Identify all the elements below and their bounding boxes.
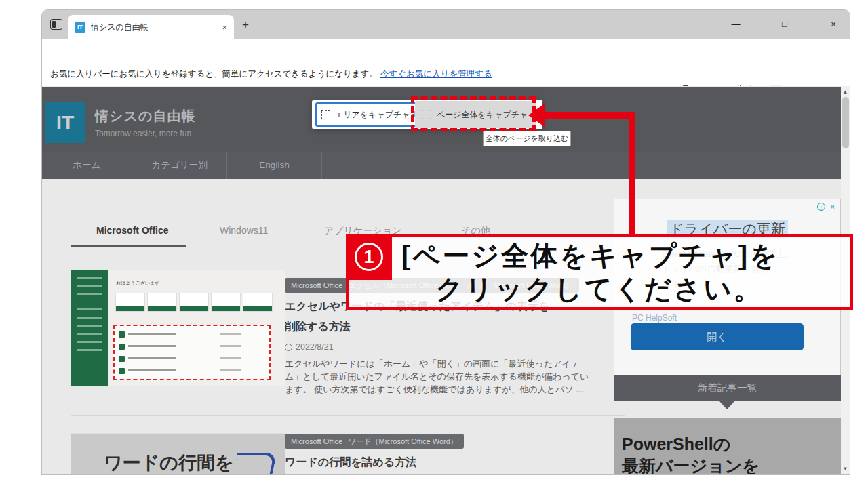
scroll-up-icon[interactable]: ▲	[841, 89, 850, 95]
browser-toolbar: ← → https://jo-sys.net A)) ☆+ ☆≡ e ⋯	[42, 39, 850, 64]
ad-brand: PC HelpSoft	[632, 313, 677, 323]
close-button[interactable]: ×	[823, 19, 844, 29]
annotation-step-badge: 1	[346, 234, 392, 280]
excel-sidebar	[71, 270, 108, 386]
article2-thumb-shape	[231, 453, 277, 474]
article1-excerpt: エクセルやワードには「ホーム」や「開く」の画面に「最近使ったアイテム」として最近…	[285, 357, 590, 396]
ps-thumb-text: 最新バージョンを	[622, 455, 760, 474]
excel-greeting: おはようございます	[116, 280, 159, 287]
excel-template-card	[180, 293, 208, 311]
annotation-arrow-head	[528, 104, 545, 127]
nav-item-home[interactable]: ホーム	[42, 152, 132, 179]
scrollbar-thumb[interactable]	[842, 97, 849, 148]
new-tab-button[interactable]: +	[242, 19, 249, 30]
tab-close-icon[interactable]: ×	[222, 22, 227, 33]
sidebar-article-thumbnail[interactable]: PowerShellの 最新バージョンを	[614, 418, 841, 474]
article2-tag[interactable]: Microsoft Office	[285, 434, 349, 449]
clock-icon	[285, 344, 292, 351]
notice-text: お気に入りバーにお気に入りを登録すると、簡単にアクセスできるようになります。	[50, 68, 378, 80]
article1-tag[interactable]: Microsoft Office	[285, 278, 349, 293]
excel-template-card	[212, 293, 240, 311]
scroll-down-icon[interactable]: ▼	[841, 466, 850, 472]
annotation-arrow-line	[629, 112, 635, 235]
capture-area-button[interactable]: エリアをキャプチャする	[315, 102, 419, 127]
ad-info-icon[interactable]: i	[817, 203, 825, 211]
tab-windows11[interactable]: Windows11	[220, 225, 268, 236]
annotation-text: [ページ全体をキャプチャ]を	[401, 237, 779, 274]
ps-thumb-text: PowerShellの	[622, 433, 730, 455]
annotation-arrow-line	[543, 112, 632, 119]
annotation-dashed-highlight	[411, 96, 536, 131]
favicon-icon: IT	[75, 22, 85, 33]
site-nav: ホーム カテゴリー別 English	[42, 152, 841, 179]
screen: IT 情シスの自由帳 × + — □ × ← → https://jo-sys.…	[0, 0, 868, 488]
site-logo[interactable]: IT	[45, 102, 85, 143]
new-articles-header: 新着記事一覧	[614, 375, 841, 401]
article2-date: 2022/9/9	[285, 474, 329, 474]
article1-date: 2022/8/21	[285, 342, 334, 352]
excel-recent-list-highlight	[113, 325, 271, 380]
annotation-text: クリックしてください。	[435, 270, 762, 308]
excel-template-card	[116, 293, 144, 311]
article1-title[interactable]: 削除する方法	[285, 320, 351, 334]
step-number: 1	[355, 243, 383, 271]
site-title[interactable]: 情シスの自由帳	[95, 107, 195, 125]
maximize-button[interactable]: □	[774, 19, 795, 29]
minimize-button[interactable]: —	[726, 19, 746, 29]
article2-title[interactable]: ワードの行間を詰める方法	[285, 455, 416, 470]
browser-tab[interactable]: IT 情シスの自由帳 ×	[68, 15, 234, 39]
manage-favorites-link[interactable]: 今すぐお気に入りを管理する	[380, 68, 492, 80]
article2-thumbnail[interactable]: ワードの行間を	[71, 434, 285, 474]
tabs-underline-active	[71, 245, 186, 247]
browser-titlebar: IT 情シスの自由帳 × + — □ ×	[42, 10, 850, 39]
new-articles-pointer	[719, 401, 735, 409]
ad-close-icon[interactable]: ×	[831, 203, 835, 211]
site-tagline: Tomorrow easier, more fun	[95, 129, 191, 138]
nav-item-category[interactable]: カテゴリー別	[132, 152, 227, 179]
article2-thumb-text: ワードの行間を	[104, 451, 234, 474]
capture-area-icon	[321, 110, 330, 119]
ad-open-button[interactable]: 開く	[631, 323, 804, 350]
favorites-notice-bar: お気に入りバーにお気に入りを登録すると、簡単にアクセスできるようになります。 今…	[42, 64, 850, 85]
tab-microsoft-office[interactable]: Microsoft Office	[96, 225, 169, 236]
article2-tag[interactable]: ワード（Microsoft Office Word）	[342, 434, 464, 449]
tooltip: 全体のページを取り込む	[483, 131, 571, 146]
excel-template-card	[148, 293, 176, 311]
excel-template-card	[243, 293, 272, 311]
article1-thumbnail[interactable]: おはようございます	[71, 270, 285, 386]
tab-actions-icon[interactable]	[50, 19, 62, 30]
nav-item-english[interactable]: English	[227, 152, 322, 179]
article-divider	[71, 415, 625, 416]
tab-title: 情シスの自由帳	[91, 22, 216, 33]
